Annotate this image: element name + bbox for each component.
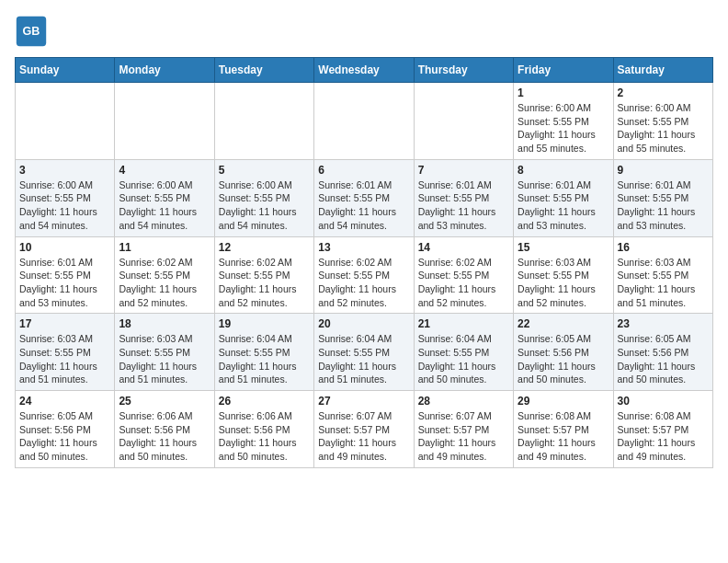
header-cell-friday: Friday bbox=[514, 58, 613, 83]
calendar-header: SundayMondayTuesdayWednesdayThursdayFrid… bbox=[16, 58, 713, 83]
day-number: 26 bbox=[219, 395, 310, 408]
day-number: 10 bbox=[19, 241, 110, 254]
day-info: Sunrise: 6:00 AM Sunset: 5:55 PM Dayligh… bbox=[219, 178, 310, 233]
calendar-table: SundayMondayTuesdayWednesdayThursdayFrid… bbox=[15, 57, 713, 468]
day-number: 23 bbox=[618, 317, 709, 330]
day-number: 24 bbox=[19, 395, 110, 408]
calendar-cell: 13Sunrise: 6:02 AM Sunset: 5:55 PM Dayli… bbox=[314, 236, 414, 314]
day-info: Sunrise: 6:02 AM Sunset: 5:55 PM Dayligh… bbox=[318, 256, 409, 310]
day-number: 8 bbox=[518, 164, 609, 177]
day-info: Sunrise: 6:00 AM Sunset: 5:55 PM Dayligh… bbox=[618, 101, 709, 155]
day-number: 29 bbox=[518, 395, 609, 408]
day-number: 2 bbox=[618, 86, 709, 99]
calendar-week-4: 24Sunrise: 6:05 AM Sunset: 5:56 PM Dayli… bbox=[16, 391, 713, 468]
calendar-week-0: 1Sunrise: 6:00 AM Sunset: 5:55 PM Daylig… bbox=[16, 83, 713, 160]
day-number: 3 bbox=[19, 164, 110, 177]
day-number: 17 bbox=[19, 317, 110, 330]
day-number: 5 bbox=[219, 164, 310, 177]
day-info: Sunrise: 6:00 AM Sunset: 5:55 PM Dayligh… bbox=[518, 101, 609, 155]
day-number: 12 bbox=[219, 241, 310, 254]
day-number: 7 bbox=[418, 164, 509, 177]
calendar-cell bbox=[214, 83, 313, 160]
header-cell-thursday: Thursday bbox=[414, 58, 513, 83]
header-cell-wednesday: Wednesday bbox=[314, 58, 414, 83]
day-info: Sunrise: 6:05 AM Sunset: 5:56 PM Dayligh… bbox=[518, 332, 609, 386]
calendar-cell: 28Sunrise: 6:07 AM Sunset: 5:57 PM Dayli… bbox=[414, 391, 513, 468]
day-info: Sunrise: 6:02 AM Sunset: 5:55 PM Dayligh… bbox=[418, 256, 509, 310]
day-info: Sunrise: 6:08 AM Sunset: 5:57 PM Dayligh… bbox=[618, 409, 709, 464]
day-number: 4 bbox=[119, 164, 210, 177]
calendar-week-2: 10Sunrise: 6:01 AM Sunset: 5:55 PM Dayli… bbox=[16, 236, 713, 314]
calendar-cell: 20Sunrise: 6:04 AM Sunset: 5:55 PM Dayli… bbox=[314, 314, 414, 391]
calendar-cell: 10Sunrise: 6:01 AM Sunset: 5:55 PM Dayli… bbox=[16, 236, 115, 314]
day-info: Sunrise: 6:03 AM Sunset: 5:55 PM Dayligh… bbox=[618, 256, 709, 310]
day-number: 9 bbox=[618, 164, 709, 177]
header-cell-saturday: Saturday bbox=[613, 58, 712, 83]
day-info: Sunrise: 6:03 AM Sunset: 5:55 PM Dayligh… bbox=[518, 256, 609, 310]
day-info: Sunrise: 6:01 AM Sunset: 5:55 PM Dayligh… bbox=[518, 178, 609, 233]
calendar-cell: 27Sunrise: 6:07 AM Sunset: 5:57 PM Dayli… bbox=[314, 391, 414, 468]
calendar-cell: 24Sunrise: 6:05 AM Sunset: 5:56 PM Dayli… bbox=[16, 391, 115, 468]
calendar-cell: 12Sunrise: 6:02 AM Sunset: 5:55 PM Dayli… bbox=[214, 236, 313, 314]
header-row: SundayMondayTuesdayWednesdayThursdayFrid… bbox=[16, 58, 713, 83]
day-number: 13 bbox=[318, 241, 409, 254]
calendar-cell: 11Sunrise: 6:02 AM Sunset: 5:55 PM Dayli… bbox=[115, 236, 214, 314]
calendar-cell: 5Sunrise: 6:00 AM Sunset: 5:55 PM Daylig… bbox=[214, 159, 313, 236]
day-number: 16 bbox=[618, 241, 709, 254]
calendar-cell: 19Sunrise: 6:04 AM Sunset: 5:55 PM Dayli… bbox=[214, 314, 313, 391]
calendar-cell: 6Sunrise: 6:01 AM Sunset: 5:55 PM Daylig… bbox=[314, 159, 414, 236]
svg-text:GB: GB bbox=[23, 25, 40, 38]
day-number: 18 bbox=[119, 317, 210, 330]
logo: GB bbox=[15, 15, 51, 48]
day-number: 14 bbox=[418, 241, 509, 254]
day-info: Sunrise: 6:04 AM Sunset: 5:55 PM Dayligh… bbox=[418, 332, 509, 386]
calendar-week-3: 17Sunrise: 6:03 AM Sunset: 5:55 PM Dayli… bbox=[16, 314, 713, 391]
day-info: Sunrise: 6:04 AM Sunset: 5:55 PM Dayligh… bbox=[318, 332, 409, 386]
calendar-cell bbox=[414, 83, 513, 160]
day-info: Sunrise: 6:01 AM Sunset: 5:55 PM Dayligh… bbox=[618, 178, 709, 233]
header-cell-monday: Monday bbox=[115, 58, 214, 83]
calendar-cell: 4Sunrise: 6:00 AM Sunset: 5:55 PM Daylig… bbox=[115, 159, 214, 236]
calendar-cell: 21Sunrise: 6:04 AM Sunset: 5:55 PM Dayli… bbox=[414, 314, 513, 391]
calendar-cell: 26Sunrise: 6:06 AM Sunset: 5:56 PM Dayli… bbox=[214, 391, 313, 468]
calendar-cell: 23Sunrise: 6:05 AM Sunset: 5:56 PM Dayli… bbox=[613, 314, 712, 391]
day-info: Sunrise: 6:04 AM Sunset: 5:55 PM Dayligh… bbox=[219, 332, 310, 386]
day-info: Sunrise: 6:00 AM Sunset: 5:55 PM Dayligh… bbox=[19, 178, 110, 233]
calendar-cell: 17Sunrise: 6:03 AM Sunset: 5:55 PM Dayli… bbox=[16, 314, 115, 391]
calendar-cell: 18Sunrise: 6:03 AM Sunset: 5:55 PM Dayli… bbox=[115, 314, 214, 391]
header-cell-sunday: Sunday bbox=[16, 58, 115, 83]
day-info: Sunrise: 6:06 AM Sunset: 5:56 PM Dayligh… bbox=[219, 409, 310, 464]
calendar-cell bbox=[115, 83, 214, 160]
header-cell-tuesday: Tuesday bbox=[214, 58, 313, 83]
day-info: Sunrise: 6:00 AM Sunset: 5:55 PM Dayligh… bbox=[119, 178, 210, 233]
calendar-cell: 2Sunrise: 6:00 AM Sunset: 5:55 PM Daylig… bbox=[613, 83, 712, 160]
day-number: 1 bbox=[518, 86, 609, 99]
calendar-cell: 14Sunrise: 6:02 AM Sunset: 5:55 PM Dayli… bbox=[414, 236, 513, 314]
calendar-cell: 3Sunrise: 6:00 AM Sunset: 5:55 PM Daylig… bbox=[16, 159, 115, 236]
day-info: Sunrise: 6:01 AM Sunset: 5:55 PM Dayligh… bbox=[318, 178, 409, 233]
day-number: 22 bbox=[518, 317, 609, 330]
day-number: 11 bbox=[119, 241, 210, 254]
calendar-cell: 1Sunrise: 6:00 AM Sunset: 5:55 PM Daylig… bbox=[514, 83, 613, 160]
calendar-cell: 16Sunrise: 6:03 AM Sunset: 5:55 PM Dayli… bbox=[613, 236, 712, 314]
day-info: Sunrise: 6:02 AM Sunset: 5:55 PM Dayligh… bbox=[219, 256, 310, 310]
day-info: Sunrise: 6:06 AM Sunset: 5:56 PM Dayligh… bbox=[119, 409, 210, 464]
calendar-cell: 9Sunrise: 6:01 AM Sunset: 5:55 PM Daylig… bbox=[613, 159, 712, 236]
day-number: 27 bbox=[318, 395, 409, 408]
day-info: Sunrise: 6:01 AM Sunset: 5:55 PM Dayligh… bbox=[19, 256, 110, 310]
calendar-cell: 25Sunrise: 6:06 AM Sunset: 5:56 PM Dayli… bbox=[115, 391, 214, 468]
day-number: 20 bbox=[318, 317, 409, 330]
day-info: Sunrise: 6:07 AM Sunset: 5:57 PM Dayligh… bbox=[418, 409, 509, 464]
day-number: 15 bbox=[518, 241, 609, 254]
day-number: 6 bbox=[318, 164, 409, 177]
calendar-cell: 29Sunrise: 6:08 AM Sunset: 5:57 PM Dayli… bbox=[514, 391, 613, 468]
logo-icon: GB bbox=[15, 15, 48, 48]
calendar-cell: 8Sunrise: 6:01 AM Sunset: 5:55 PM Daylig… bbox=[514, 159, 613, 236]
day-number: 19 bbox=[219, 317, 310, 330]
calendar-week-1: 3Sunrise: 6:00 AM Sunset: 5:55 PM Daylig… bbox=[16, 159, 713, 236]
calendar-cell: 30Sunrise: 6:08 AM Sunset: 5:57 PM Dayli… bbox=[613, 391, 712, 468]
day-info: Sunrise: 6:08 AM Sunset: 5:57 PM Dayligh… bbox=[518, 409, 609, 464]
day-info: Sunrise: 6:07 AM Sunset: 5:57 PM Dayligh… bbox=[318, 409, 409, 464]
calendar-body: 1Sunrise: 6:00 AM Sunset: 5:55 PM Daylig… bbox=[16, 83, 713, 468]
day-number: 21 bbox=[418, 317, 509, 330]
